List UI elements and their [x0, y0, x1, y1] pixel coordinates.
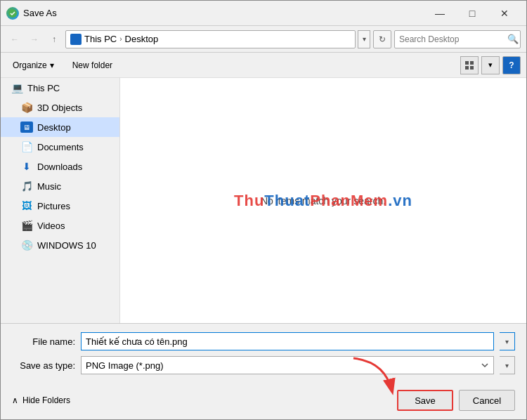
view-icon: [464, 60, 474, 70]
toolbar: Organize ▾ New folder ▾ ?: [1, 53, 526, 78]
search-box[interactable]: 🔍: [394, 30, 521, 48]
hide-folders-chevron: ∧: [12, 395, 18, 405]
view-dropdown[interactable]: ▾: [481, 56, 500, 74]
sidebar-item-videos[interactable]: 🎬 Videos: [1, 216, 119, 235]
watermark-thu: Thu: [234, 192, 264, 209]
dialog-icon: [6, 7, 19, 20]
hide-folders-label: Hide Folders: [22, 395, 70, 405]
main-content: 💻 This PC 📦 3D Objects 🖥 Desktop 📄 Docum…: [1, 78, 526, 323]
videos-icon: 🎬: [20, 219, 33, 232]
sidebar-item-thispc[interactable]: 💻 This PC: [1, 78, 119, 98]
sidebar-item-documents[interactable]: 📄 Documents: [1, 137, 119, 157]
sidebar-item-downloads[interactable]: ⬇ Downloads: [1, 157, 119, 176]
search-input[interactable]: [399, 34, 505, 44]
sidebar-item-3dobjects[interactable]: 📦 3D Objects: [1, 98, 119, 117]
empty-message: No items match your search.: [261, 195, 386, 206]
title-bar: Save As — □ ✕: [1, 1, 526, 26]
dialog-title: Save As: [23, 8, 424, 18]
minimize-button[interactable]: —: [424, 3, 456, 24]
svg-rect-4: [470, 66, 474, 70]
back-button[interactable]: ←: [6, 31, 23, 48]
content-area: No items match your search. ThuThuatPhan…: [120, 78, 526, 323]
sidebar: 💻 This PC 📦 3D Objects 🖥 Desktop 📄 Docum…: [1, 78, 120, 323]
organize-button[interactable]: Organize ▾: [6, 56, 60, 74]
svg-rect-2: [470, 61, 474, 65]
sidebar-item-music[interactable]: 🎵 Music: [1, 176, 119, 196]
3dobjects-icon: 📦: [20, 101, 33, 114]
bottom-form: File name: ▾ Save as type: PNG Image (*.…: [1, 323, 526, 386]
path-segment-thispc: This PC: [84, 34, 117, 44]
refresh-button[interactable]: ↻: [373, 30, 391, 48]
windows-icon: 💿: [20, 239, 33, 251]
filename-input[interactable]: [81, 332, 494, 350]
filename-label: File name:: [12, 336, 75, 347]
filename-row: File name: ▾: [12, 332, 515, 350]
svg-rect-1: [465, 61, 469, 65]
sidebar-item-desktop[interactable]: 🖥 Desktop: [1, 117, 119, 137]
path-segment-desktop: Desktop: [125, 34, 159, 44]
savetype-row: Save as type: PNG Image (*.png) ▾: [12, 356, 515, 374]
thispc-icon: 💻: [11, 81, 23, 94]
address-dropdown[interactable]: ▾: [358, 30, 370, 48]
close-button[interactable]: ✕: [488, 3, 521, 24]
window-controls: — □ ✕: [424, 3, 521, 24]
help-button[interactable]: ?: [502, 56, 521, 74]
svg-rect-3: [465, 66, 469, 70]
path-icon: [70, 34, 82, 45]
savetype-select[interactable]: PNG Image (*.png): [81, 356, 494, 374]
hide-folders-button[interactable]: ∧ Hide Folders: [12, 395, 70, 405]
up-button[interactable]: ↑: [46, 31, 63, 48]
organize-chevron-icon: ▾: [50, 60, 54, 70]
arrow-annotation: [346, 355, 403, 397]
save-button[interactable]: Save: [397, 390, 453, 411]
music-icon: 🎵: [20, 180, 33, 192]
view-button[interactable]: [460, 56, 479, 74]
toolbar-right: ▾ ?: [460, 56, 521, 74]
savetype-dropdown[interactable]: ▾: [500, 356, 515, 374]
desktop-icon: 🖥: [20, 122, 33, 133]
address-bar: ← → ↑ This PC › Desktop ▾ ↻ 🔍: [1, 26, 526, 53]
search-icon: 🔍: [507, 34, 519, 44]
footer: ∧ Hide Folders Save Cancel: [1, 386, 526, 419]
watermark: No items match your search. ThuThuatPhan…: [120, 78, 526, 323]
pictures-icon: 🖼: [20, 199, 33, 212]
downloads-icon: ⬇: [20, 160, 33, 173]
savetype-label: Save as type:: [12, 360, 75, 371]
address-path[interactable]: This PC › Desktop: [65, 30, 356, 48]
watermark-vn: .vn: [388, 192, 412, 209]
save-as-dialog: Save As — □ ✕ ← → ↑ This PC › Desktop ▾ …: [0, 0, 527, 420]
documents-icon: 📄: [20, 140, 33, 153]
filename-dropdown[interactable]: ▾: [500, 332, 515, 350]
sidebar-item-pictures[interactable]: 🖼 Pictures: [1, 196, 119, 216]
footer-right: Save Cancel: [397, 390, 515, 411]
maximize-button[interactable]: □: [456, 3, 488, 24]
path-chevron-1: ›: [119, 35, 122, 43]
forward-button[interactable]: →: [26, 31, 43, 48]
cancel-button[interactable]: Cancel: [459, 390, 515, 411]
new-folder-button[interactable]: New folder: [66, 56, 119, 74]
sidebar-item-windows10[interactable]: 💿 WINDOWS 10: [1, 235, 119, 255]
